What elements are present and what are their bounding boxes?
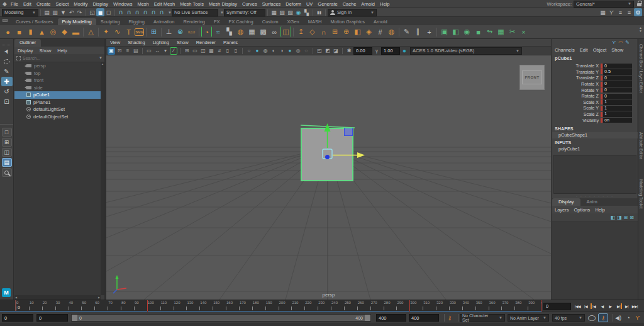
menu-curves[interactable]: Curves xyxy=(240,0,260,8)
mirror-link-icon[interactable]: ◫ xyxy=(280,26,291,37)
animation-start-field[interactable] xyxy=(2,314,33,322)
auto-keyframe-toggle[interactable]: ⚷ xyxy=(598,313,608,322)
shelf-scroll-arrows[interactable]: ▲▼ xyxy=(639,26,642,33)
menu-windows[interactable]: Windows xyxy=(111,0,135,8)
chevron-down-icon[interactable]: ▼ xyxy=(639,30,642,33)
channel-box-menu-channels[interactable]: Channels xyxy=(552,47,577,53)
bookmarks-icon[interactable]: ▤ xyxy=(132,47,140,55)
symmetry-link-icon[interactable]: ∞ xyxy=(269,26,280,37)
channel-label[interactable]: Translate Y xyxy=(552,69,601,75)
motion-blur-icon[interactable]: ◎ xyxy=(294,47,302,55)
toolbox-grip[interactable] xyxy=(2,40,11,45)
crease-set-icon[interactable]: ◍ xyxy=(235,26,246,37)
range-start-handle[interactable] xyxy=(72,315,77,321)
platonic-solid-icon[interactable]: △ xyxy=(86,26,96,37)
new-scene-icon[interactable]: ▤ xyxy=(43,8,51,16)
channel-label[interactable]: Visibility xyxy=(552,118,601,123)
grid-display-icon[interactable]: ▩ xyxy=(258,26,269,37)
select-camera-icon[interactable]: ▣ xyxy=(108,47,115,55)
channel-pencil-icon[interactable]: ✎ xyxy=(625,40,630,45)
quad-draw-grid-icon[interactable]: ▦ xyxy=(247,26,257,37)
make-live-icon[interactable]: ∪ xyxy=(158,8,166,16)
viewport-menu-shading[interactable]: Shading xyxy=(124,40,149,45)
shelf-tab-motion-graphics[interactable]: Motion Graphics xyxy=(326,18,369,25)
poly-text-icon[interactable]: T xyxy=(123,26,134,37)
colorspace-ball-icon[interactable]: ● xyxy=(401,47,408,55)
shelf-tab-poly-modeling[interactable]: Poly Modeling xyxy=(58,18,96,25)
menu-arnold[interactable]: Arnold xyxy=(358,0,377,8)
construction-aim-icon[interactable]: ⊥ xyxy=(164,26,174,37)
layer-menu-layers[interactable]: Layers xyxy=(552,207,572,213)
extrude-icon[interactable]: ↥ xyxy=(296,26,306,37)
manipulator-plane-handle[interactable] xyxy=(344,127,353,136)
layer-menu-options[interactable]: Options xyxy=(572,207,593,213)
tool-settings-toggle-icon[interactable]: ⚙ xyxy=(634,8,642,16)
playback-start-field[interactable] xyxy=(36,314,68,322)
range-end-handle[interactable] xyxy=(365,315,370,321)
type-editor-icon[interactable]: ⊞ xyxy=(148,26,159,37)
sphere-projection-icon[interactable]: ◍ xyxy=(386,26,397,37)
menu-mesh-display[interactable]: Mesh Display xyxy=(206,0,240,8)
render-current-frame-icon[interactable]: ▨ xyxy=(278,8,286,16)
scroll-right-icon[interactable]: ▶ xyxy=(98,296,100,299)
shelf-tab-custom[interactable]: Custom xyxy=(258,18,283,25)
pin-icon[interactable]: ▾ xyxy=(162,47,169,55)
poly-cone-icon[interactable]: ▲ xyxy=(36,26,47,37)
sweep-mesh-icon[interactable]: ✦ xyxy=(101,26,111,37)
animation-preferences-icon[interactable]: ◔ xyxy=(624,314,633,322)
layout-four-pane[interactable]: ⊞ xyxy=(2,138,12,147)
time-slider-track[interactable]: 0 01020304050607080901001101201301401501… xyxy=(0,300,542,312)
svg-tool-icon[interactable]: SVG xyxy=(135,28,144,36)
menu-help[interactable]: Help xyxy=(377,0,392,8)
shaded-icon[interactable]: ● xyxy=(253,47,261,55)
shelf-tab-fx[interactable]: FX xyxy=(209,18,225,25)
channel-label[interactable]: Rotate X xyxy=(552,81,601,87)
view-cube[interactable]: FRONT xyxy=(519,65,545,90)
channel-label[interactable]: Translate X xyxy=(552,63,601,69)
playback-end-field[interactable] xyxy=(376,314,406,322)
menu-mesh[interactable]: Mesh xyxy=(135,0,151,8)
lock-camera-icon[interactable]: ⊡ xyxy=(116,47,123,55)
outliner-horizontal-scrollbar[interactable]: ◀▶ xyxy=(14,295,101,300)
viewport-canvas[interactable]: FRONT persp xyxy=(106,55,551,300)
channel-value-field[interactable]: 1 xyxy=(603,111,632,117)
smooth-proxy-icon[interactable]: ◈ xyxy=(364,26,374,37)
menu-cache[interactable]: Cache xyxy=(340,0,359,8)
delete-edge-icon[interactable]: × xyxy=(518,26,529,37)
outliner-item-side[interactable]: side xyxy=(14,84,101,92)
channel-value-field[interactable]: 0 xyxy=(603,81,632,87)
mute-audio-icon[interactable]: ◀) xyxy=(614,314,623,322)
joint-xray-icon[interactable]: ◪ xyxy=(332,47,340,55)
poly-torus-icon[interactable]: ◎ xyxy=(48,26,58,37)
curve-tool-icon[interactable]: ∿ xyxy=(112,26,123,37)
retopologize-icon[interactable]: ▦ xyxy=(496,26,506,37)
anim-layer-combo[interactable]: No Anim Layer ▼ xyxy=(508,314,549,322)
gamma-icon[interactable]: γ xyxy=(373,47,380,55)
textured-icon[interactable]: ◍ xyxy=(262,47,269,55)
layer-tab-display[interactable]: Display xyxy=(552,198,580,206)
shelf-tab-sculpting[interactable]: Sculpting xyxy=(96,18,125,25)
exposure-icon[interactable]: ✱ xyxy=(345,47,353,55)
sign-in-combo[interactable]: Sign In ▼ xyxy=(328,9,377,16)
layer-menu-help[interactable]: Help xyxy=(592,207,607,213)
channel-label[interactable]: Rotate Z xyxy=(552,93,601,99)
film-gate-icon[interactable]: ▭ xyxy=(191,47,199,55)
select-hierarchy-icon[interactable]: ◱ xyxy=(88,8,96,16)
save-scene-icon[interactable]: ▼ xyxy=(59,8,67,16)
step-back-frame-button[interactable]: |◀ xyxy=(582,301,590,311)
layer-visibility-icon[interactable]: ◧ xyxy=(610,215,615,220)
zero-transform-icon[interactable]: 0,0,0 xyxy=(186,26,197,37)
shelf-tab-xgen[interactable]: XGen xyxy=(283,18,304,25)
use-all-lights-icon[interactable]: ◐ xyxy=(270,47,277,55)
lasso-tool[interactable] xyxy=(1,57,13,66)
play-backwards-button[interactable]: ◀ xyxy=(598,301,606,311)
channel-value-field[interactable]: 0 xyxy=(603,94,632,99)
character-set-combo[interactable]: No Character Set ▼ xyxy=(460,314,505,322)
channel-label[interactable]: Scale Z xyxy=(552,111,601,117)
exposure-field[interactable] xyxy=(353,47,372,55)
shelf-tab-rendering[interactable]: Rendering xyxy=(179,18,209,25)
shelf-tab-rigging[interactable]: Rigging xyxy=(125,18,149,25)
rotate-tool[interactable]: ↺ xyxy=(1,87,13,96)
menu-edit[interactable]: Edit xyxy=(21,0,34,8)
cut-mesh-icon[interactable]: ✂ xyxy=(507,26,518,37)
